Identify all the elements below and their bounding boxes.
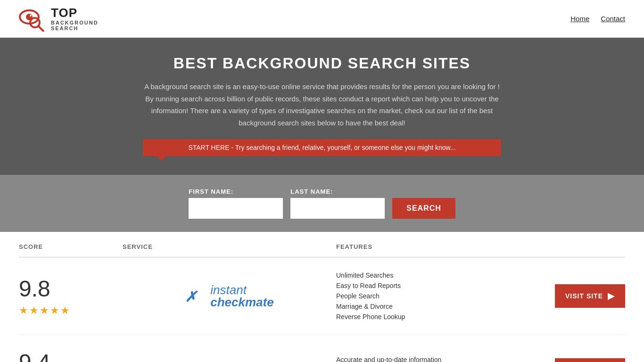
checkmate-check: checkmate — [210, 296, 273, 308]
star-1: ★ — [19, 304, 28, 317]
visit-cell-2: VISIT SITE ▶ — [550, 358, 625, 362]
svg-point-2 — [30, 15, 32, 16]
star-3: ★ — [40, 304, 49, 317]
site-header: TOP BACKGROUNDSEARCH Home Contact — [0, 0, 644, 38]
search-button[interactable]: SEARCH — [392, 198, 455, 219]
feature-1-2: Easy to Read Reports — [336, 282, 550, 289]
visit-arrow-1: ▶ — [608, 291, 615, 301]
score-cell-1: 9.8 ★ ★ ★ ★ ★ — [19, 276, 123, 317]
hero-banner: START HERE - Try searching a friend, rel… — [143, 139, 501, 156]
feature-1-1: Unlimited Searches — [336, 272, 550, 279]
logo-sub-text: BACKGROUNDSEARCH — [51, 20, 99, 31]
main-nav: Home Contact — [570, 15, 625, 23]
feature-1-5: Reverse Phone Lookup — [336, 313, 550, 321]
hero-title: BEST BACKGROUND SEARCH SITES — [9, 55, 635, 72]
table-header: SCORE SERVICE FEATURES — [19, 237, 625, 257]
stars-1: ★ ★ ★ ★ ★ — [19, 304, 70, 317]
score-number-2: 9.4 — [19, 349, 50, 362]
last-name-group: LAST NAME: — [290, 188, 385, 219]
nav-contact[interactable]: Contact — [601, 15, 625, 23]
visit-button-1[interactable]: VISIT SITE ▶ — [555, 284, 625, 308]
features-cell-2: Accurate and up-to-date information Unli… — [336, 356, 550, 362]
star-2: ★ — [29, 304, 39, 317]
col-action — [550, 243, 625, 250]
feature-2-1: Accurate and up-to-date information — [336, 356, 550, 362]
first-name-label: FIRST NAME: — [189, 188, 283, 195]
visit-label-1: VISIT SITE — [565, 292, 603, 300]
col-service: SERVICE — [123, 243, 336, 250]
visit-cell-1: VISIT SITE ▶ — [550, 284, 625, 308]
score-cell-2: 9.4 ★ ★ ★ ★ ★ — [19, 349, 123, 362]
first-name-group: FIRST NAME: — [189, 188, 283, 219]
visit-button-2[interactable]: VISIT SITE ▶ — [555, 358, 625, 362]
service-cell-1: ✗ instant checkmate — [123, 284, 336, 308]
banner-text: START HERE - Try searching a friend, rel… — [188, 144, 455, 151]
feature-1-3: People Search — [336, 292, 550, 300]
logo-text: TOP BACKGROUNDSEARCH — [51, 6, 99, 31]
last-name-label: LAST NAME: — [290, 188, 385, 195]
hero-description: A background search site is an easy-to-u… — [143, 81, 501, 129]
checkmate-logo-icon: ✗ — [185, 288, 208, 304]
search-form: FIRST NAME: LAST NAME: SEARCH — [9, 188, 635, 219]
svg-text:✗: ✗ — [185, 289, 198, 304]
star-5: ★ — [60, 304, 70, 317]
search-section: FIRST NAME: LAST NAME: SEARCH — [0, 175, 644, 232]
logo-area: TOP BACKGROUNDSEARCH — [19, 6, 99, 32]
last-name-input[interactable] — [290, 198, 385, 219]
checkmate-text-area: instant checkmate — [210, 284, 273, 308]
logo-top-text: TOP — [51, 6, 99, 20]
score-number-1: 9.8 — [19, 276, 50, 302]
nav-home[interactable]: Home — [570, 15, 589, 23]
first-name-input[interactable] — [189, 198, 283, 219]
features-cell-1: Unlimited Searches Easy to Read Reports … — [336, 272, 550, 321]
hero-section: BEST BACKGROUND SEARCH SITES A backgroun… — [0, 38, 644, 175]
table-row: 9.4 ★ ★ ★ ★ ★ PeopleLooker Accurate and … — [19, 335, 625, 362]
logo-icon — [19, 6, 47, 32]
feature-1-4: Marriage & Divorce — [336, 303, 550, 310]
checkmate-instant: instant — [210, 284, 273, 296]
results-section: SCORE SERVICE FEATURES 9.8 ★ ★ ★ ★ ★ ✗ — [0, 237, 644, 362]
checkmate-logo: ✗ instant checkmate — [185, 284, 273, 308]
col-features: FEATURES — [336, 243, 550, 250]
star-4: ★ — [50, 304, 59, 317]
col-score: SCORE — [19, 243, 123, 250]
svg-line-4 — [38, 26, 43, 31]
table-row: 9.8 ★ ★ ★ ★ ★ ✗ instant checkmate — [19, 257, 625, 335]
